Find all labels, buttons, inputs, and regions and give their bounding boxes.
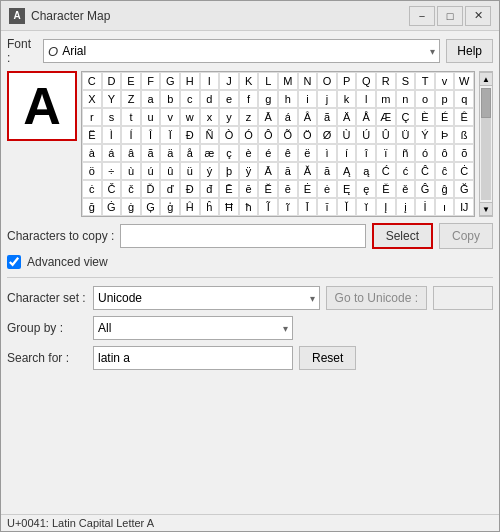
char-cell[interactable]: K bbox=[239, 72, 259, 90]
char-cell[interactable]: Ø bbox=[317, 126, 337, 144]
char-cell[interactable]: ě bbox=[396, 180, 416, 198]
char-cell[interactable]: b bbox=[160, 90, 180, 108]
char-cell[interactable]: ÷ bbox=[102, 162, 122, 180]
char-cell[interactable]: ñ bbox=[396, 144, 416, 162]
char-cell[interactable]: Ê bbox=[454, 108, 474, 126]
char-cell[interactable]: î bbox=[356, 144, 376, 162]
char-cell[interactable]: l bbox=[356, 90, 376, 108]
char-cell[interactable]: Ñ bbox=[200, 126, 220, 144]
char-cell[interactable]: Ć bbox=[376, 162, 396, 180]
char-cell[interactable]: d bbox=[200, 90, 220, 108]
char-cell[interactable]: ę bbox=[356, 180, 376, 198]
char-cell[interactable]: ù bbox=[121, 162, 141, 180]
char-cell[interactable]: e bbox=[219, 90, 239, 108]
char-cell[interactable]: w bbox=[180, 108, 200, 126]
char-cell[interactable]: þ bbox=[219, 162, 239, 180]
char-cell[interactable]: ı bbox=[435, 198, 455, 216]
char-cell[interactable]: æ bbox=[200, 144, 220, 162]
char-cell[interactable]: Y bbox=[102, 90, 122, 108]
char-cell[interactable]: ô bbox=[435, 144, 455, 162]
char-cell[interactable]: g bbox=[258, 90, 278, 108]
char-cell[interactable]: Ì bbox=[102, 126, 122, 144]
char-cell[interactable]: Ĩ bbox=[258, 198, 278, 216]
char-cell[interactable]: J bbox=[219, 72, 239, 90]
char-cell[interactable]: W bbox=[454, 72, 474, 90]
char-cell[interactable]: T bbox=[415, 72, 435, 90]
char-cell[interactable]: ġ bbox=[121, 198, 141, 216]
char-cell[interactable]: ğ bbox=[82, 198, 102, 216]
char-cell[interactable]: Ĕ bbox=[258, 180, 278, 198]
scroll-thumb[interactable] bbox=[481, 88, 491, 118]
char-cell[interactable]: ó bbox=[415, 144, 435, 162]
char-cell[interactable]: R bbox=[376, 72, 396, 90]
char-cell[interactable]: k bbox=[337, 90, 357, 108]
char-cell[interactable]: Ò bbox=[219, 126, 239, 144]
char-cell[interactable]: Ç bbox=[396, 108, 416, 126]
char-cell[interactable]: ĭ bbox=[356, 198, 376, 216]
char-cell[interactable]: è bbox=[239, 144, 259, 162]
char-cell[interactable]: į bbox=[396, 198, 416, 216]
char-cell[interactable]: n bbox=[396, 90, 416, 108]
char-cell[interactable]: c bbox=[180, 90, 200, 108]
char-cell[interactable]: Ú bbox=[356, 126, 376, 144]
char-cell[interactable]: ĥ bbox=[200, 198, 220, 216]
char-cell[interactable]: Ġ bbox=[102, 198, 122, 216]
char-cell[interactable]: S bbox=[396, 72, 416, 90]
char-cell[interactable]: u bbox=[141, 108, 161, 126]
char-cell[interactable]: Ē bbox=[219, 180, 239, 198]
char-cell[interactable]: ć bbox=[396, 162, 416, 180]
char-cell[interactable]: ī bbox=[317, 198, 337, 216]
char-cell[interactable]: ä bbox=[160, 144, 180, 162]
char-cell[interactable]: Ă bbox=[298, 162, 318, 180]
scroll-down-button[interactable]: ▼ bbox=[479, 202, 493, 216]
char-cell[interactable]: ă bbox=[317, 162, 337, 180]
char-cell[interactable]: X bbox=[82, 90, 102, 108]
char-cell[interactable]: t bbox=[121, 108, 141, 126]
advanced-view-checkbox[interactable] bbox=[7, 255, 21, 269]
char-cell[interactable]: L bbox=[258, 72, 278, 90]
char-cell[interactable]: Ĥ bbox=[180, 198, 200, 216]
char-cell[interactable]: ÿ bbox=[239, 162, 259, 180]
char-cell[interactable]: Į bbox=[376, 198, 396, 216]
char-cell[interactable]: Ó bbox=[239, 126, 259, 144]
char-cell[interactable]: Ü bbox=[396, 126, 416, 144]
char-cell[interactable]: Ģ bbox=[141, 198, 161, 216]
char-cell[interactable]: Ĳ bbox=[454, 198, 474, 216]
char-cell[interactable]: â bbox=[121, 144, 141, 162]
char-cell[interactable]: Ö bbox=[298, 126, 318, 144]
char-cell[interactable]: Ď bbox=[141, 180, 161, 198]
char-cell[interactable]: Ĭ bbox=[337, 198, 357, 216]
char-cell[interactable]: Ĝ bbox=[415, 180, 435, 198]
char-cell[interactable]: ã bbox=[141, 144, 161, 162]
char-cell[interactable]: q bbox=[454, 90, 474, 108]
scrollbar[interactable]: ▲ ▼ bbox=[479, 71, 493, 217]
search-for-input[interactable] bbox=[93, 346, 293, 370]
char-cell[interactable]: Õ bbox=[278, 126, 298, 144]
char-cell[interactable]: s bbox=[102, 108, 122, 126]
char-cell[interactable]: x bbox=[200, 108, 220, 126]
char-cell[interactable]: E bbox=[121, 72, 141, 90]
char-cell[interactable]: ö bbox=[82, 162, 102, 180]
char-cell[interactable]: í bbox=[337, 144, 357, 162]
char-cell[interactable]: ã bbox=[317, 108, 337, 126]
char-cell[interactable]: Ě bbox=[376, 180, 396, 198]
char-cell[interactable]: Ë bbox=[82, 126, 102, 144]
char-cell[interactable]: ĉ bbox=[435, 162, 455, 180]
char-cell[interactable]: Î bbox=[141, 126, 161, 144]
close-button[interactable]: ✕ bbox=[465, 6, 491, 26]
select-button[interactable]: Select bbox=[372, 223, 433, 249]
char-cell[interactable]: Ė bbox=[298, 180, 318, 198]
char-cell[interactable]: o bbox=[415, 90, 435, 108]
char-cell[interactable]: Ī bbox=[298, 198, 318, 216]
char-cell[interactable]: ú bbox=[141, 162, 161, 180]
char-cell[interactable]: ď bbox=[160, 180, 180, 198]
char-cell[interactable]: ç bbox=[219, 144, 239, 162]
char-cell[interactable]: ü bbox=[180, 162, 200, 180]
char-cell[interactable]: m bbox=[376, 90, 396, 108]
char-cell[interactable]: ĕ bbox=[278, 180, 298, 198]
char-cell[interactable]: ì bbox=[317, 144, 337, 162]
char-cell[interactable]: È bbox=[415, 108, 435, 126]
char-cell[interactable]: Đ bbox=[180, 180, 200, 198]
char-cell[interactable]: ß bbox=[454, 126, 474, 144]
char-cell[interactable]: Ý bbox=[415, 126, 435, 144]
